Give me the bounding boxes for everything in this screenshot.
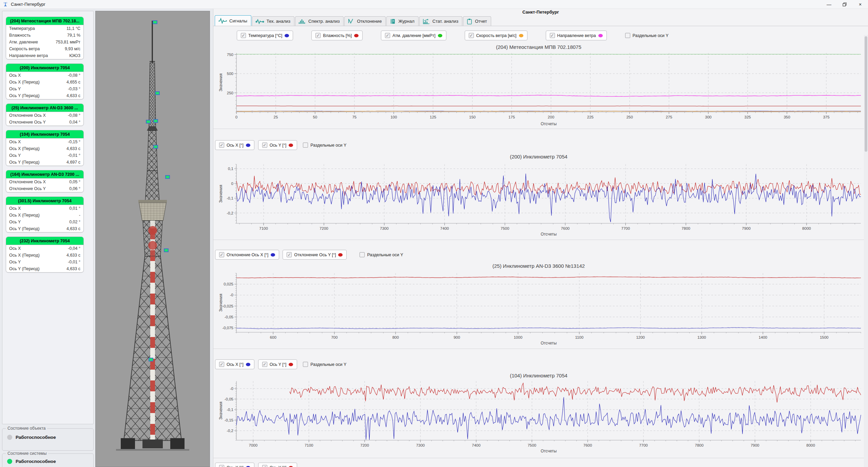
stats-chart-icon (423, 18, 430, 24)
tab-deviation[interactable]: Отклонение (344, 16, 386, 26)
metric-label: Ось Y (9, 260, 21, 264)
svg-text:7800: 7800 (695, 443, 704, 447)
chart-meteo-204[interactable]: 0255075100125150175200225250275300325350… (217, 50, 864, 127)
metric-label: Ось Y (Период) (9, 266, 40, 271)
toggle-pressure[interactable]: Атм. давление [ммРт] (381, 31, 446, 40)
sensor-position-marker[interactable] (165, 175, 170, 179)
svg-text:1100: 1100 (575, 335, 583, 339)
tab-signals[interactable]: Сигналы (215, 15, 251, 26)
metric-label: Ось Y (9, 220, 21, 224)
chart-inclinometer-200[interactable]: 7100720073007400750076007700780079008000… (217, 162, 864, 237)
svg-text:Отсчеты: Отсчеты (541, 232, 557, 237)
minimize-button[interactable]: — (821, 0, 837, 8)
svg-text:125: 125 (430, 115, 436, 119)
series-color-dot (519, 34, 523, 37)
window-titlebar: Санкт-Петербург — × (0, 0, 868, 9)
svg-text:7400: 7400 (440, 226, 449, 230)
system-state-label[interactable]: Работоспособное (16, 459, 56, 464)
svg-text:7900: 7900 (751, 443, 759, 447)
sensor-card-header[interactable]: (25) Инклинометр AN-D3 3600 ... (6, 104, 83, 112)
sensor-position-marker[interactable] (149, 358, 153, 361)
checkbox-icon (241, 33, 246, 38)
toggle-label: Ось X [°] (227, 465, 244, 467)
chart-inclinometer-25[interactable]: 6007008009001000110012001300140015000,02… (217, 270, 864, 346)
toggle-temperature[interactable]: Температура [°C] (237, 31, 293, 40)
svg-text:7700: 7700 (621, 226, 630, 230)
sensor-position-marker[interactable] (153, 119, 158, 123)
tab-tech-analysis[interactable]: Тех. анализ (252, 16, 294, 26)
vertical-scrollbar[interactable] (864, 35, 868, 467)
sensor-position-marker[interactable] (155, 91, 160, 95)
sensor-card-header[interactable]: (104) Инклинометр 7054 (6, 130, 83, 138)
toggle-axis-x[interactable]: Ось X [°] (215, 463, 254, 467)
toggle-deviation-y[interactable]: Отклонение Ось Y [°] (283, 250, 347, 260)
series-color-dot (354, 34, 359, 37)
svg-text:175: 175 (508, 115, 515, 119)
sensor-position-marker[interactable] (153, 20, 157, 24)
toggle-label: Направление ветра (557, 33, 596, 38)
toggle-axis-x[interactable]: Ось X [°] (215, 140, 254, 150)
toggle-axis-y[interactable]: Ось Y [°] (258, 359, 297, 369)
svg-text:350: 350 (784, 115, 790, 119)
sensor-position-marker[interactable] (164, 248, 169, 252)
svg-text:Значения: Значения (218, 73, 223, 91)
tab-journal[interactable]: Журнал (386, 16, 418, 26)
toggle-label: Отклонение Ось X [°] (227, 253, 268, 257)
metric-value: -0,04 ° (68, 246, 80, 251)
toggle-wind-direction[interactable]: Направление ветра (546, 31, 607, 40)
metric-value: -0,15 ° (68, 139, 80, 144)
toggle-separate-y-axes[interactable]: Раздельные оси Y (303, 362, 346, 367)
chart-inclinometer-104[interactable]: 7000710072007300740075007600770078007900… (217, 378, 864, 454)
svg-text:8000: 8000 (802, 226, 811, 230)
metric-label: Ось Y (9, 87, 21, 91)
checkbox-icon (262, 143, 267, 148)
svg-text:-0,05: -0,05 (225, 315, 233, 319)
metric-value: 0,06 ° (69, 186, 80, 191)
toggle-wind-speed[interactable]: Скорость ветра [м/с] (465, 31, 527, 40)
toggle-axis-x[interactable]: Ось X [°] (215, 359, 254, 369)
metric-value: - (79, 213, 80, 218)
toggle-label: Скорость ветра [м/с] (476, 33, 517, 38)
chart-panel-meteo-204: Температура [°C] Влажность [%] Атм. давл… (213, 26, 864, 129)
svg-text:-0,15: -0,15 (225, 418, 233, 422)
sensor-card-header[interactable]: (164) Инклинометр AN-D3 7200 ... (6, 170, 83, 179)
metric-label: Ось Y (9, 153, 21, 158)
toggle-humidity[interactable]: Влажность [%] (311, 31, 363, 40)
metric-value: 4,633 с (66, 253, 80, 258)
toggle-axis-y[interactable]: Ось Y [°] (258, 463, 297, 467)
metric-value: -0,03 ° (68, 87, 80, 91)
svg-text:8000: 8000 (806, 443, 815, 447)
sensor-position-marker[interactable] (146, 120, 151, 124)
checkbox-icon (287, 252, 292, 257)
object-state-label[interactable]: Работоспособное (16, 435, 56, 440)
toggle-axis-y[interactable]: Ось Y [°] (258, 140, 297, 150)
sensor-card-header[interactable]: (301.5) Инклинометр 7054 (6, 197, 83, 205)
tower-3d-view[interactable] (95, 11, 210, 467)
tab-stat-analysis[interactable]: Стат. анализ (419, 16, 462, 26)
toggle-separate-y-axes[interactable]: Раздельные оси Y (303, 143, 346, 148)
svg-text:-0: -0 (230, 293, 233, 297)
tab-report[interactable]: Отчет (463, 16, 491, 26)
metric-value: 0,04 ° (69, 120, 80, 125)
sensor-card-header[interactable]: (204) Метеостанция МПВ 702.18... (6, 17, 83, 25)
close-button[interactable]: × (852, 0, 868, 8)
scrollbar-thumb[interactable] (865, 36, 867, 152)
chart-panel-inclinometer-200: Ось X [°] Ось Y [°] Раздельные оси Y (20… (213, 129, 864, 240)
tab-spectrum-analysis[interactable]: Спектр. анализ (295, 16, 344, 26)
tab-label: Стат. анализ (432, 19, 458, 24)
toggle-separate-y-axes[interactable]: Раздельные оси Y (625, 33, 669, 38)
toggle-separate-y-axes[interactable]: Раздельные оси Y (360, 252, 403, 257)
tab-label: Журнал (398, 19, 414, 24)
svg-text:-0,1: -0,1 (227, 196, 233, 200)
sensor-card-header[interactable]: (232) Инклинометр 7054 (6, 237, 83, 245)
checkbox-icon (219, 252, 224, 257)
sensor-card-header[interactable]: (200) Инклинометр 7054 (6, 64, 83, 72)
metric-label: Ось X (9, 246, 21, 251)
restore-button[interactable] (837, 0, 852, 8)
svg-text:-0,025: -0,025 (222, 304, 233, 308)
checkbox-icon (303, 362, 308, 367)
chart-title: (204) Метеостанция МПВ 702.18075 (213, 44, 864, 50)
metric-label: Температура (9, 26, 35, 31)
toggle-deviation-x[interactable]: Отклонение Ось X [°] (215, 250, 279, 260)
sensor-position-marker[interactable] (153, 145, 158, 149)
